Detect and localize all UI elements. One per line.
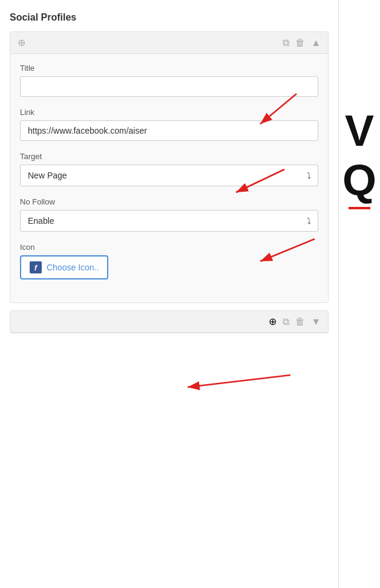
icon-label: Icon [20, 243, 318, 252]
facebook-icon: f [30, 261, 42, 273]
target-select[interactable]: New Page Same Page Parent Frame Full Bod… [20, 165, 318, 186]
side-letter-q: Q [342, 158, 376, 202]
target-select-wrapper: New Page Same Page Parent Frame Full Bod… [20, 165, 318, 186]
card-body: Title Link Target New Page Same Page Par… [10, 54, 328, 302]
title-label: Title [20, 64, 318, 73]
nofollow-select[interactable]: Enable Disable [20, 210, 318, 232]
choose-icon-label: Choose Icon.. [47, 263, 99, 272]
side-panel: V Q [339, 0, 380, 588]
choose-icon-button[interactable]: f Choose Icon.. [20, 255, 108, 279]
link-field-group: Link [20, 108, 318, 141]
side-red-line [349, 207, 370, 209]
icon-field-group: Icon f Choose Icon.. [20, 243, 318, 279]
drag-icon[interactable]: ⊕ [18, 37, 25, 48]
link-input[interactable] [20, 120, 318, 141]
bottom-card-toolbar: ⊕ ⧉ 🗑 ▼ [10, 311, 328, 333]
target-field-group: Target New Page Same Page Parent Frame F… [20, 152, 318, 186]
side-letter-v: V [345, 109, 374, 152]
nofollow-select-wrapper: Enable Disable ⤵ [20, 210, 318, 232]
bottom-drag-icon[interactable]: ⊕ [269, 316, 277, 327]
social-profile-card: ⊕ ⧉ 🗑 ▲ Title Link Target New Pa [10, 31, 329, 303]
target-label: Target [20, 152, 318, 161]
bottom-card: ⊕ ⧉ 🗑 ▼ [10, 310, 329, 333]
move-up-icon[interactable]: ▲ [311, 38, 321, 48]
bottom-delete-icon[interactable]: 🗑 [295, 316, 305, 327]
delete-icon[interactable]: 🗑 [295, 38, 305, 48]
copy-icon[interactable]: ⧉ [283, 38, 289, 48]
bottom-copy-icon[interactable]: ⧉ [283, 316, 289, 327]
nofollow-label: No Follow [20, 197, 318, 206]
card-toolbar: ⊕ ⧉ 🗑 ▲ [10, 32, 328, 54]
section-title: Social Profiles [10, 12, 329, 23]
title-input[interactable] [20, 76, 318, 97]
svg-line-4 [188, 375, 290, 387]
bottom-move-down-icon[interactable]: ▼ [311, 316, 321, 327]
link-label: Link [20, 108, 318, 117]
title-field-group: Title [20, 64, 318, 97]
nofollow-field-group: No Follow Enable Disable ⤵ [20, 197, 318, 232]
